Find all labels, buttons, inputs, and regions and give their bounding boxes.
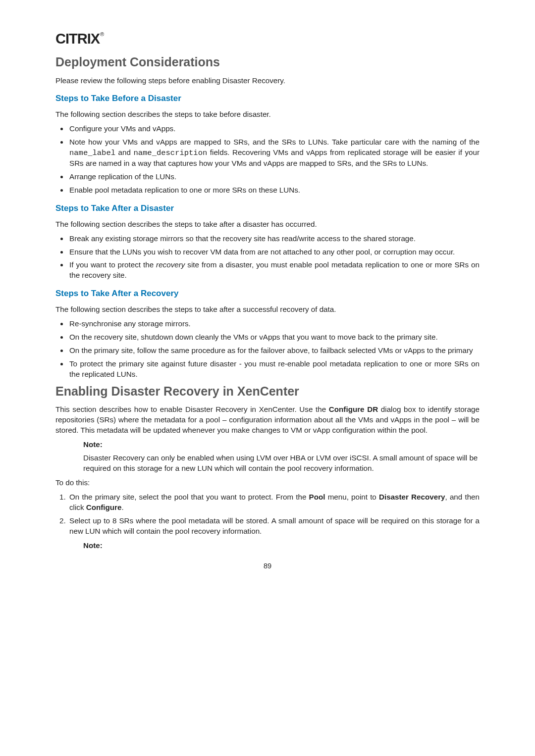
heading-enabling-dr: Enabling Disaster Recovery in XenCenter bbox=[55, 383, 480, 400]
note-block: Note: bbox=[83, 541, 480, 551]
text-span: menu, point to bbox=[325, 493, 379, 501]
after-recovery-list: Re-synchronise any storage mirrors. On t… bbox=[55, 319, 480, 380]
note-title: Note: bbox=[83, 541, 480, 551]
code-name-description: name_description bbox=[133, 149, 207, 157]
page-number: 89 bbox=[55, 561, 480, 571]
list-item: Enable pool metadata replication to one … bbox=[68, 185, 480, 196]
note-body: Disaster Recovery can only be enabled wh… bbox=[83, 453, 480, 474]
list-item: Select up to 8 SRs where the pool metada… bbox=[68, 516, 480, 537]
bold-disaster-recovery: Disaster Recovery bbox=[379, 493, 445, 501]
text-span: This section describes how to enable Dis… bbox=[55, 405, 329, 413]
after-recovery-intro: The following section describes the step… bbox=[55, 304, 480, 315]
emphasis-recovery: recovery bbox=[156, 260, 185, 269]
subheading-after-recovery: Steps to Take After a Recovery bbox=[55, 288, 480, 299]
to-do-this: To do this: bbox=[55, 478, 480, 488]
code-name-label: name_label bbox=[69, 149, 115, 157]
bold-configure-dr: Configure DR bbox=[329, 405, 378, 413]
heading-deployment-considerations: Deployment Considerations bbox=[55, 53, 480, 71]
text-span: Note how your VMs and vApps are mapped t… bbox=[69, 138, 480, 146]
list-item: To protect the primary site against futu… bbox=[68, 359, 480, 380]
after-disaster-intro: The following section describes the step… bbox=[55, 219, 480, 230]
list-item: Arrange replication of the LUNs. bbox=[68, 172, 480, 182]
after-disaster-list: Break any existing storage mirrors so th… bbox=[55, 234, 480, 281]
list-item: If you want to protect the recovery site… bbox=[68, 260, 480, 281]
list-item: Break any existing storage mirrors so th… bbox=[68, 234, 480, 244]
logo-text: CITRIX bbox=[55, 31, 100, 47]
intro-paragraph: Please review the following steps before… bbox=[55, 76, 480, 86]
subheading-after-disaster: Steps to Take After a Disaster bbox=[55, 202, 480, 214]
logo-reg-mark: ® bbox=[100, 31, 104, 37]
list-item: On the primary site, select the pool tha… bbox=[68, 492, 480, 513]
text-span: On the primary site, select the pool tha… bbox=[69, 493, 309, 501]
list-item: Note how your VMs and vApps are mapped t… bbox=[68, 137, 480, 169]
text-span: If you want to protect the bbox=[69, 260, 156, 269]
text-span: . bbox=[121, 503, 123, 511]
list-item: On the recovery site, shutdown down clea… bbox=[68, 332, 480, 343]
enabling-dr-paragraph: This section describes how to enable Dis… bbox=[55, 404, 480, 436]
procedure-list: On the primary site, select the pool tha… bbox=[55, 492, 480, 537]
before-disaster-intro: The following section describes the step… bbox=[55, 109, 480, 120]
text-span: and bbox=[115, 148, 133, 156]
list-item: On the primary site, follow the same pro… bbox=[68, 346, 480, 356]
note-block: Note: Disaster Recovery can only be enab… bbox=[83, 440, 480, 474]
list-item: Configure your VMs and vApps. bbox=[68, 124, 480, 134]
subheading-before-disaster: Steps to Take Before a Disaster bbox=[55, 93, 480, 104]
list-item: Re-synchronise any storage mirrors. bbox=[68, 319, 480, 329]
note-title: Note: bbox=[83, 440, 480, 450]
list-item: Ensure that the LUNs you wish to recover… bbox=[68, 247, 480, 257]
before-disaster-list: Configure your VMs and vApps. Note how y… bbox=[55, 124, 480, 196]
citrix-logo: CITRIX® bbox=[55, 29, 480, 49]
bold-configure: Configure bbox=[86, 503, 122, 511]
bold-pool: Pool bbox=[309, 493, 325, 501]
